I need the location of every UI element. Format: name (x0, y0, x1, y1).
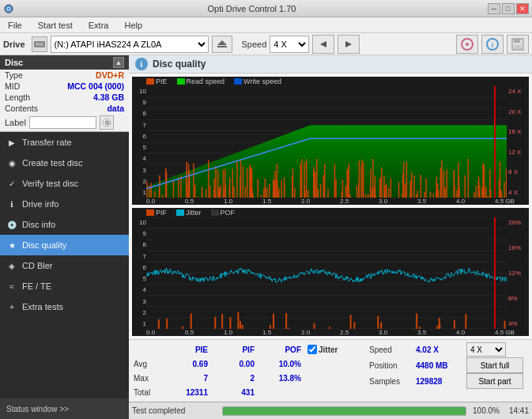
menu-start-test[interactable]: Start test (33, 19, 77, 32)
chart2: PIF Jitter POF 10987654321 (132, 208, 529, 336)
contents-label: Contents (5, 104, 38, 113)
pof-label: POF (221, 209, 236, 217)
nav-create-test-disc[interactable]: ◉ Create test disc (0, 153, 129, 173)
chart2-redline (494, 217, 496, 329)
nav-verify-test-disc[interactable]: ✓ Verify test disc (0, 173, 129, 194)
read-speed-color (177, 78, 185, 85)
max-label: Max (134, 374, 161, 383)
pie-color (146, 78, 154, 85)
avg-pof: 10.0% (258, 360, 301, 368)
speed-stat-value: 4.02 X (416, 345, 463, 354)
chart1-yaxis-right: 24 X20 X16 X12 X8 X4 X (507, 86, 529, 198)
nav-fe-te-label: FE / TE (22, 281, 51, 291)
nav-extra-tests[interactable]: + Extra tests (0, 296, 129, 317)
prev-button[interactable] (312, 35, 334, 54)
position-row: Position 4480 MB Start full (369, 358, 527, 372)
read-speed-label: Read speed (187, 77, 225, 85)
samples-row: Samples 129828 Start part (369, 374, 527, 388)
label-edit-button[interactable]: ⚙ (100, 115, 114, 130)
samples-label: Samples (369, 377, 413, 386)
pif-col-header: PIF (211, 345, 255, 354)
avg-pie: 0.69 (164, 360, 208, 368)
max-row: Max 7 2 13.8% (134, 371, 363, 385)
label-input[interactable]: 02_13_14 (29, 116, 96, 129)
nav-create-test-disc-label: Create test disc (22, 158, 82, 168)
speed-selector[interactable]: 4 X 8 X Max (270, 36, 309, 53)
speed-label: Speed (242, 40, 267, 49)
maximize-button[interactable]: □ (502, 3, 515, 14)
legend-pif: PIF (146, 209, 167, 217)
chart1-redline (494, 86, 496, 198)
app-icon: O (3, 2, 16, 15)
contents-row: Contents data (0, 103, 129, 114)
drive-icon (32, 36, 47, 52)
window-title: Opti Drive Control 1.70 (16, 4, 488, 13)
jitter-checkbox[interactable] (308, 345, 317, 354)
chart2-body: 10987654321 20%16%12%8%4% (132, 217, 529, 329)
stats-right: Speed 4.02 X 4 X 8 X Position 4480 MB St… (369, 342, 527, 388)
pif-label: PIF (156, 209, 167, 217)
eject-button[interactable] (212, 36, 232, 53)
svg-rect-3 (36, 43, 43, 46)
statusbar: Test completed 100.0% 14:41 (129, 402, 532, 419)
next-button[interactable] (338, 35, 360, 54)
nav-cd-bler[interactable]: ◈ CD Bler (0, 255, 129, 276)
save-button[interactable] (507, 35, 529, 54)
verify-test-disc-icon: ✓ (6, 178, 17, 189)
chart1: PIE Read speed Write speed 10987654321 (132, 77, 529, 205)
nav-extra-tests-label: Extra tests (22, 302, 63, 311)
nav-fe-te[interactable]: ≈ FE / TE (0, 276, 129, 296)
length-row: Length 4.38 GB (0, 92, 129, 103)
disc-header-label: Disc (5, 58, 23, 67)
nav-drive-info[interactable]: ℹ Drive info (0, 194, 129, 214)
chart2-canvas (146, 217, 507, 329)
nav-disc-info[interactable]: 💿 Disc info (0, 214, 129, 235)
status-window-label: Status window >> (6, 405, 69, 413)
chart2-legend: PIF Jitter POF (132, 208, 529, 217)
status-text: Test completed (132, 406, 219, 415)
mid-label: MID (5, 81, 20, 91)
charts-area: PIE Read speed Write speed 10987654321 (129, 74, 532, 339)
menu-help[interactable]: Help (119, 19, 147, 32)
nav-verify-test-disc-label: Verify test disc (22, 179, 78, 188)
svg-marker-4 (217, 40, 227, 45)
drive-selector[interactable]: (N:) ATAPI iHAS224 A ZL0A (51, 36, 209, 53)
menu-extra[interactable]: Extra (84, 19, 114, 32)
jitter-label: Jitter (186, 209, 202, 217)
status-time: 14:41 (509, 406, 529, 415)
pof-col-header: POF (258, 345, 301, 354)
nav-drive-info-label: Drive info (22, 199, 58, 209)
label-label: Label (5, 118, 26, 127)
quality-title: Disc quality (153, 59, 206, 70)
speed-stat-select[interactable]: 4 X 8 X (466, 342, 506, 357)
disc-button[interactable] (456, 35, 478, 54)
start-full-button[interactable]: Start full (466, 357, 523, 373)
speed-row: Speed 4.02 X 4 X 8 X (369, 342, 527, 357)
create-test-disc-icon: ◉ (6, 157, 17, 168)
nav-status-window[interactable]: Status window >> (0, 398, 129, 419)
nav-disc-quality[interactable]: ★ Disc quality (0, 235, 129, 255)
minimize-button[interactable]: ─ (488, 3, 500, 14)
fe-te-icon: ≈ (6, 281, 17, 292)
main-container: Disc ▲ Type DVD+R MID MCC 004 (000) Leng… (0, 55, 532, 419)
legend-pie: PIE (146, 77, 168, 85)
total-row: Total 12311 431 (134, 385, 363, 399)
disc-collapse-button[interactable]: ▲ (113, 57, 124, 68)
position-value: 4480 MB (416, 361, 463, 370)
jitter-col-header: Jitter (319, 345, 338, 354)
type-label: Type (5, 70, 23, 80)
close-button[interactable]: ✕ (516, 3, 529, 14)
svg-marker-7 (345, 41, 352, 47)
start-part-button[interactable]: Start part (466, 373, 523, 389)
drive-toolbar: Drive (N:) ATAPI iHAS224 A ZL0A Speed 4 … (0, 33, 532, 55)
progress-percent: 100.0% (473, 406, 500, 415)
menu-file[interactable]: File (3, 19, 27, 32)
extra-tests-icon: + (6, 301, 17, 312)
legend-write-speed: Write speed (234, 77, 281, 85)
nav-transfer-rate[interactable]: ▶ Transfer rate (0, 132, 129, 153)
svg-rect-14 (514, 45, 522, 49)
window-buttons: ─ □ ✕ (488, 3, 529, 14)
samples-value: 129828 (416, 377, 463, 386)
chart2-yaxis: 10987654321 (132, 217, 146, 329)
info-button[interactable]: i (481, 35, 504, 54)
